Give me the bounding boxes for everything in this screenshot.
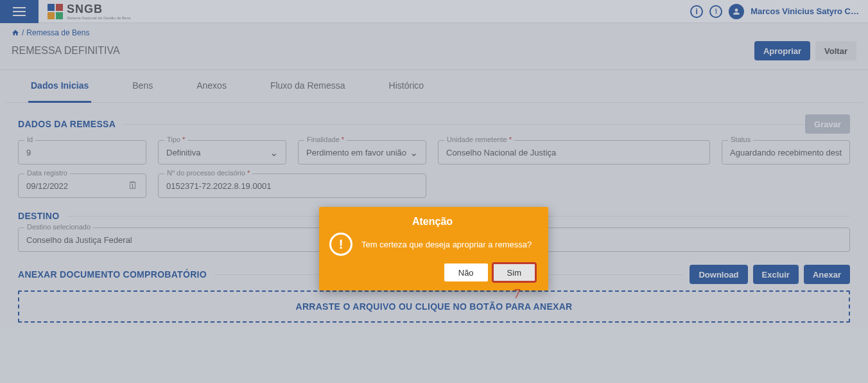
modal-message: Tem certeza que deseja apropriar a remes… <box>361 240 532 249</box>
modal-overlay <box>0 0 868 383</box>
modal-no-button[interactable]: Não <box>444 263 488 281</box>
modal-yes-button[interactable]: Sim <box>493 263 535 281</box>
confirm-modal: Atenção ! Tem certeza que deseja apropri… <box>319 207 548 290</box>
alert-icon: ! <box>329 233 352 256</box>
annotation-number: 7 <box>514 285 521 302</box>
modal-title: Atenção <box>329 216 535 227</box>
